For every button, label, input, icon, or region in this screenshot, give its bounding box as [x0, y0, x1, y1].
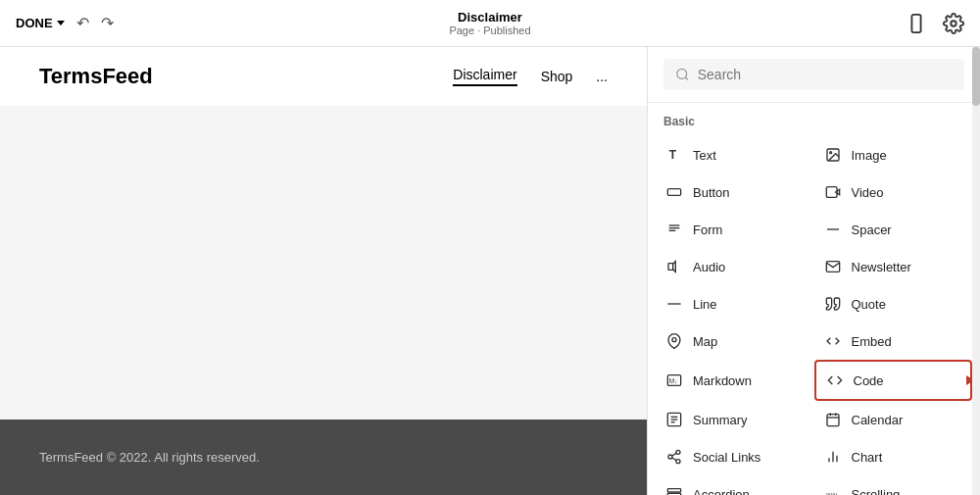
chart-icon	[824, 448, 842, 466]
grid-item-calendar[interactable]: Calendar	[814, 401, 973, 438]
mobile-view-button[interactable]	[906, 13, 927, 34]
quote-icon	[824, 295, 842, 313]
embed-icon	[824, 332, 842, 350]
social-icon	[665, 448, 683, 466]
svg-point-17	[672, 338, 676, 342]
grid-item-line[interactable]: Line	[656, 285, 814, 322]
site-content	[0, 106, 647, 420]
svg-rect-36	[667, 489, 680, 492]
grid-item-chart[interactable]: Chart	[814, 438, 973, 475]
search-box	[648, 47, 980, 103]
grid-item-label: Line	[693, 297, 717, 312]
btn-icon	[665, 183, 683, 201]
search-input[interactable]	[698, 67, 953, 82]
grid-item-spacer[interactable]: Spacer	[814, 211, 973, 248]
scrolling-icon: WAI	[824, 485, 842, 495]
section-label: Basic	[648, 103, 980, 136]
redo-button[interactable]: ↷	[101, 14, 114, 32]
grid-item-label: Spacer	[852, 223, 892, 237]
grid-item-markdown[interactable]: M↓Markdown	[656, 360, 814, 401]
grid-item-label: Button	[693, 185, 730, 200]
grid-item-audio[interactable]: Audio	[656, 248, 814, 285]
scrollbar-track	[972, 47, 980, 495]
svg-line-32	[672, 453, 677, 456]
grid-item-label: Code	[854, 373, 884, 388]
code-icon	[826, 371, 844, 389]
grid-item-label: Accordion	[693, 487, 750, 496]
svg-line-31	[672, 458, 677, 461]
grid-item-embed[interactable]: Embed	[814, 322, 973, 360]
scrollbar-thumb[interactable]	[972, 47, 980, 106]
grid-item-label: Image	[852, 148, 887, 163]
grid-item-summary[interactable]: Summary	[656, 401, 814, 438]
grid-item-button[interactable]: Button	[656, 173, 814, 211]
nav-item-more[interactable]: ...	[596, 69, 608, 84]
grid-item-label: Map	[693, 334, 717, 349]
page-status: Page · Published	[449, 25, 530, 36]
site-logo: TermsFeed	[39, 64, 153, 89]
grid-item-label: Quote	[852, 297, 886, 312]
nav-item-shop[interactable]: Shop	[541, 69, 573, 84]
accordion-icon	[665, 485, 683, 495]
svg-point-7	[829, 152, 831, 154]
grid-item-map[interactable]: Map	[656, 322, 814, 360]
search-icon	[675, 67, 690, 82]
svg-point-29	[668, 455, 672, 459]
svg-rect-24	[827, 415, 839, 426]
grid-item-scrolling[interactable]: WAIScrolling	[814, 475, 973, 495]
grid-item-quote[interactable]: Quote	[814, 285, 973, 322]
grid-item-label: Embed	[852, 334, 892, 349]
map-icon	[665, 332, 683, 350]
svg-text:M↓: M↓	[669, 377, 678, 384]
svg-point-3	[677, 69, 687, 78]
site-header: TermsFeed Disclaimer Shop ...	[0, 47, 647, 106]
grid-item-label: Markdown	[693, 373, 752, 388]
grid-item-label: Form	[693, 223, 722, 237]
img-icon	[824, 146, 842, 164]
grid-item-newsletter[interactable]: Newsletter	[814, 248, 973, 285]
grid-item-label: Video	[852, 185, 884, 200]
spacer-icon	[824, 221, 842, 238]
site-nav: Disclaimer Shop ...	[453, 67, 608, 86]
audio-icon	[665, 258, 683, 275]
undo-button[interactable]: ↶	[76, 14, 89, 32]
toolbar: DONE ↶ ↷ Disclaimer Page · Published	[0, 0, 980, 47]
done-button[interactable]: DONE	[16, 16, 65, 30]
md-icon: M↓	[665, 371, 683, 389]
dropdown-panel: Basic TTextImageButtonVideoFormSpacerAud…	[647, 47, 980, 495]
search-input-wrapper[interactable]	[663, 59, 964, 90]
toolbar-right	[906, 13, 964, 34]
svg-marker-10	[835, 189, 839, 194]
grid-item-image[interactable]: Image	[814, 136, 973, 173]
svg-rect-15	[668, 264, 673, 271]
form-icon	[665, 221, 683, 238]
svg-rect-8	[667, 189, 680, 196]
toolbar-left: DONE ↶ ↷	[16, 14, 114, 32]
grid-item-text[interactable]: TText	[656, 136, 814, 173]
chevron-down-icon	[57, 21, 65, 25]
svg-text:T: T	[669, 148, 677, 162]
grid-item-label: Text	[693, 148, 716, 163]
grid-item-accordion[interactable]: Accordion	[656, 475, 814, 495]
page-title: Disclaimer	[449, 10, 530, 25]
vid-icon	[824, 183, 842, 201]
T-icon: T	[665, 146, 683, 164]
settings-button[interactable]	[943, 13, 964, 34]
svg-line-4	[685, 77, 688, 80]
grid-item-social-links[interactable]: Social Links	[656, 438, 814, 475]
line-icon	[665, 295, 683, 313]
svg-point-2	[951, 21, 956, 26]
footer-text: TermsFeed © 2022. All rights reserved.	[39, 450, 260, 465]
svg-point-30	[676, 460, 680, 464]
cal-icon	[824, 411, 842, 428]
nav-item-disclaimer[interactable]: Disclaimer	[453, 67, 516, 86]
grid-item-label: Newsletter	[852, 260, 911, 274]
grid-item-video[interactable]: Video	[814, 173, 973, 211]
summary-icon	[665, 411, 683, 428]
grid-item-form[interactable]: Form	[656, 211, 814, 248]
grid-item-label: Audio	[693, 260, 725, 274]
site-footer: TermsFeed © 2022. All rights reserved.	[0, 420, 647, 495]
grid-item-label: Social Links	[693, 450, 760, 465]
grid-item-label: Chart	[852, 450, 883, 465]
grid-item-code[interactable]: Code	[814, 360, 973, 401]
